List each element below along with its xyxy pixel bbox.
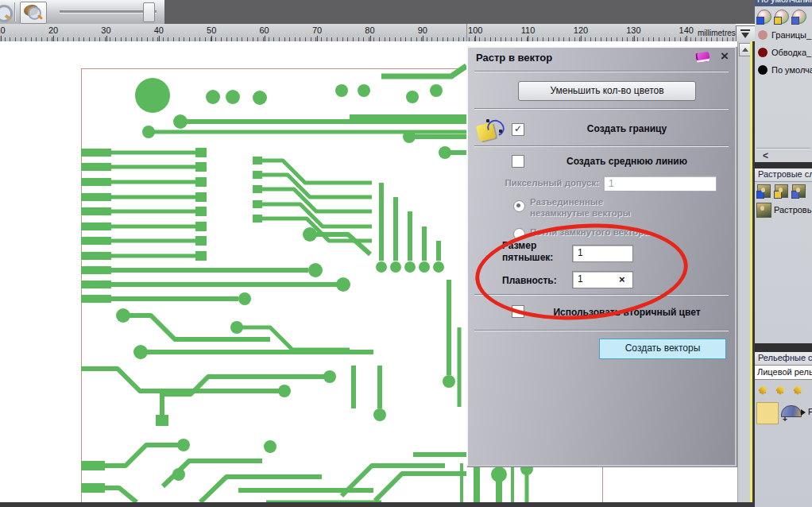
ruler-tick-label: 10 — [0, 25, 6, 35]
zoom-tool-button[interactable] — [20, 2, 47, 24]
layer-color-dot — [758, 65, 768, 75]
vector-layer-up-icon[interactable] — [775, 10, 789, 24]
yellow-badge-icon — [774, 191, 782, 199]
panel-divider — [756, 148, 810, 149]
create-centerline-checkbox[interactable] — [512, 155, 524, 168]
raster-layer-toolbar — [755, 183, 812, 200]
expand-arrow-icon[interactable] — [801, 409, 806, 416]
chevron-up-icon — [742, 48, 748, 52]
collapse-panel-button[interactable]: < — [763, 150, 768, 161]
help-book-icon[interactable] — [695, 52, 710, 63]
ruler-tick-label: 70 — [312, 25, 322, 35]
ruler-position-mark — [466, 24, 467, 41]
raster-layers-header: Растровые сл — [755, 168, 812, 182]
reduce-colors-button[interactable]: Уменьшить кол-во цветов — [518, 81, 696, 101]
ruler-tick-label: 90 — [418, 25, 427, 35]
layer-color-dot — [758, 30, 768, 40]
right-side-panels: По умолчанию Границы_ Обводка_ По умолча… — [755, 0, 812, 507]
relief-set-label: Лицевой рель — [757, 367, 812, 377]
ruler-unit-label: millimetres — [698, 29, 736, 37]
app-window: millimetres 1020304050607080901001101201… — [0, 0, 812, 507]
vector-layer-row[interactable]: Обводка_ — [755, 45, 812, 61]
separator — [474, 108, 729, 110]
raster-layer-up-icon[interactable] — [775, 184, 788, 198]
radio-disjoint-label-line2: незамкнутые векторы — [530, 208, 631, 218]
relief-layers-header: Рельефные с — [755, 352, 812, 366]
active-layer-label: По умолчанию — [757, 0, 812, 4]
ruler-tick-label: 130 — [626, 25, 640, 35]
create-boundary-icon — [476, 118, 503, 144]
raster-layer-row[interactable]: Растровь — [755, 202, 812, 219]
lens-handle-icon — [37, 14, 43, 20]
separator — [474, 145, 729, 147]
relief-set-selector[interactable]: Лицевой рель — [755, 365, 812, 380]
bottom-edge-strip — [0, 502, 752, 507]
vector-layer-toolbar — [755, 8, 812, 25]
create-centerline-label: Создать среднюю линию — [532, 156, 722, 167]
pixel-tolerance-label: Пиксельный допуск: — [492, 178, 599, 188]
relief-color-swatch[interactable] — [756, 402, 779, 424]
raster-layer-label: Растровь — [774, 205, 811, 215]
raster-thumbnail-icon — [756, 203, 771, 218]
close-icon[interactable]: × — [721, 48, 729, 64]
ruler-tick-label: 120 — [574, 25, 588, 35]
relief-layer-up-icon[interactable] — [775, 385, 785, 395]
ruler-options-bar — [740, 29, 750, 31]
layer-label: Границы_ — [771, 30, 811, 40]
vector-layer-row[interactable]: Границы_ — [755, 27, 812, 44]
vector-layer-tool-icon[interactable] — [792, 10, 806, 24]
plus-badge-icon — [756, 191, 764, 199]
create-boundary-label: Создать границу — [532, 123, 722, 134]
new-raster-layer-icon[interactable] — [757, 184, 771, 198]
raster-layer-tool-icon[interactable] — [792, 184, 806, 198]
zoom-slider-handle[interactable] — [143, 2, 155, 22]
toolbar-separator — [14, 2, 16, 21]
dialog-title: Растр в вектор — [476, 52, 552, 64]
ruler-options-button[interactable] — [736, 25, 756, 42]
relief-layers-title: Рельефные с — [758, 353, 812, 362]
panel-dark-band — [755, 162, 812, 168]
blue-badge-icon — [791, 191, 799, 199]
plus-icon: + — [783, 415, 787, 424]
new-relief-layer-icon[interactable] — [758, 385, 768, 395]
panel-dark-band — [755, 343, 812, 352]
ruler-tick-label: 140 — [679, 25, 694, 35]
layer-color-dot — [758, 48, 768, 57]
active-layer-row-clipped[interactable]: По умолчанию — [755, 0, 812, 6]
ruler: millimetres 1020304050607080901001101201… — [0, 24, 736, 42]
relief-layer-row[interactable]: + Р — [755, 402, 812, 426]
layer-label: Обводка_ — [771, 48, 811, 57]
ruler-tick-label: 60 — [259, 25, 269, 35]
raster-layers-title: Растровые сл — [758, 169, 812, 179]
ruler-tick-label: 80 — [365, 25, 374, 35]
layer-label: По умолча — [771, 65, 812, 75]
vertical-scrollbar[interactable] — [737, 41, 751, 507]
create-vectors-button[interactable]: Создать векторы — [599, 339, 726, 359]
new-vector-layer-icon[interactable] — [757, 10, 771, 24]
separator — [474, 71, 729, 72]
pixel-tolerance-input: 1 — [603, 176, 717, 192]
blue-badge-icon — [791, 17, 799, 25]
ruler-tick-label: 110 — [521, 25, 536, 35]
chevron-down-icon — [741, 33, 749, 38]
vector-layer-row[interactable]: По умолча — [755, 62, 812, 79]
yellow-badge-icon — [774, 17, 782, 25]
radio-disjoint-label-line1: Разъединенные — [530, 197, 603, 207]
create-boundary-checkbox[interactable]: ✓ — [512, 123, 524, 136]
ruler-tick-label: 40 — [154, 25, 164, 35]
zoom-slider-track[interactable] — [60, 10, 157, 14]
relief-layer-tool-icon[interactable] — [793, 385, 802, 395]
plus-badge-icon — [756, 17, 764, 25]
separator — [474, 330, 729, 331]
toolbar — [0, 0, 164, 25]
relief-layer-label: Р — [808, 407, 812, 416]
radio-disjoint-open-vectors — [513, 200, 525, 212]
ruler-tick-label: 100 — [468, 25, 482, 35]
relief-layer-toolbar — [755, 382, 812, 400]
ruler-tick-label: 30 — [101, 25, 110, 35]
toolbar-empty-area — [164, 0, 755, 24]
ruler-tick-label: 20 — [48, 25, 58, 35]
ruler-tick-label: 50 — [207, 25, 216, 35]
